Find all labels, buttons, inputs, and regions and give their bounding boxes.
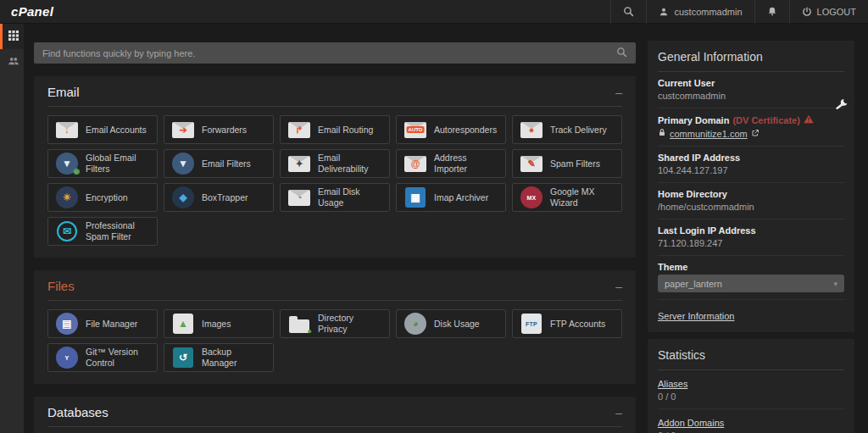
google-mx-wizard[interactable]: MXGoogle MX Wizard (512, 183, 622, 212)
professional-spam-filter[interactable]: ✉Professional Spam Filter (47, 217, 158, 246)
field-label: Primary Domain (658, 115, 729, 125)
email-deliverability[interactable]: ✦Email Deliverability (280, 149, 390, 178)
file-manager-icon: ▤ (56, 313, 78, 335)
statistics-title: Statistics (658, 339, 844, 370)
aliases-link[interactable]: Aliases (658, 379, 687, 389)
databases-section: Databases–phpMyAdminMySQL® Databases✦MyS… (34, 397, 636, 433)
item-label: FTP Accounts (550, 319, 605, 330)
field-value: 104.244.127.197 (658, 165, 844, 175)
general-information-title: General Information (658, 41, 844, 72)
autoresponders-icon: AUTO (404, 119, 426, 141)
topbar-user-menu[interactable]: custcommadmin (646, 0, 754, 24)
ftp-accounts[interactable]: FTPFTP Accounts (512, 309, 622, 338)
file-manager[interactable]: ▤File Manager (47, 309, 158, 338)
item-label: Disk Usage (434, 319, 480, 330)
email-section: Email–↓Email Accounts➔Forwarders↱Email R… (34, 76, 636, 258)
section-grid: ▤File Manager▲Images●Directory Privacy◕D… (34, 301, 636, 384)
last-login-ip-address-field: Last Login IP Address71.120.189.247 (658, 219, 844, 256)
boxtrapper[interactable]: ◆BoxTrapper (164, 183, 274, 212)
primary-domain-link[interactable]: communitize1.com (670, 129, 748, 139)
left-nav (0, 24, 24, 433)
email-disk-usage-icon: ◔ (288, 186, 310, 208)
item-label: BoxTrapper (202, 192, 248, 203)
encryption[interactable]: ✴Encryption (47, 183, 158, 212)
directory-privacy[interactable]: ●Directory Privacy (280, 309, 390, 338)
directory-privacy-icon: ● (288, 313, 310, 335)
git-version-control[interactable]: YGit™ Version Control (47, 343, 158, 372)
global-email-filters[interactable]: ▼◉Global Email Filters (47, 149, 158, 178)
item-label: Backup Manager (202, 347, 268, 368)
addon-domains-link[interactable]: Addon Domains (658, 418, 724, 428)
files-section: Files–▤File Manager▲Images●Directory Pri… (34, 270, 636, 384)
backup-manager[interactable]: ↺Backup Manager (164, 343, 274, 372)
email-routing-icon: ↱ (288, 119, 310, 141)
minus-icon[interactable]: – (615, 407, 622, 419)
spam-filters-icon: ✎ (520, 153, 542, 175)
feature-sections: Email–↓Email Accounts➔Forwarders↱Email R… (34, 76, 636, 433)
minus-icon[interactable]: – (615, 280, 622, 292)
item-label: Address Importer (434, 153, 500, 174)
forwarders-icon: ➔ (172, 119, 194, 141)
ftp-accounts-icon: FTP (520, 313, 542, 335)
section-title: Email (47, 85, 80, 99)
email-accounts[interactable]: ↓Email Accounts (47, 115, 158, 144)
section-grid: phpMyAdminMySQL® Databases✦MySQL® Databa… (34, 427, 636, 433)
track-delivery-icon: ● (520, 119, 542, 141)
forwarders[interactable]: ➔Forwarders (164, 115, 274, 144)
server-information-link[interactable]: Server Information (658, 311, 734, 321)
spam-filters[interactable]: ✎Spam Filters (512, 149, 622, 178)
email-routing[interactable]: ↱Email Routing (280, 115, 390, 144)
field-value: 71.120.189.247 (658, 238, 844, 248)
imap-archiver[interactable]: ▦Imap Archiver (396, 183, 506, 212)
theme-field: Themepaper_lantern▾ (658, 256, 844, 300)
item-label: Encryption (86, 192, 128, 203)
item-label: Email Disk Usage (318, 186, 384, 208)
grid-icon (8, 29, 19, 44)
nav-user-manager[interactable] (0, 49, 24, 75)
professional-spam-filter-icon: ✉ (56, 220, 78, 242)
track-delivery[interactable]: ●Track Delivery (512, 115, 622, 144)
topbar-search-button[interactable] (610, 0, 646, 24)
section-header: Databases– (47, 397, 622, 427)
addon-domains-stat: Addon Domains0 / 0 (658, 409, 844, 433)
autoresponders[interactable]: AUTOAutoresponders (396, 115, 506, 144)
field-label: Last Login IP Address (658, 225, 756, 236)
email-filters[interactable]: ▼Email Filters (164, 149, 274, 178)
email-filters-icon: ▼ (172, 153, 194, 175)
field-label: Theme (658, 262, 687, 272)
search-icon (623, 6, 634, 17)
item-label: Global Email Filters (86, 153, 152, 174)
main-content: Email–↓Email Accounts➔Forwarders↱Email R… (34, 24, 636, 433)
section-header: Files– (47, 270, 622, 301)
minus-icon[interactable]: – (615, 86, 622, 98)
logout-button[interactable]: LOGOUT (789, 0, 868, 24)
search-icon (616, 46, 627, 61)
item-label: Imap Archiver (434, 192, 488, 203)
images[interactable]: ▲Images (164, 309, 274, 338)
theme-select[interactable]: paper_lantern▾ (658, 275, 844, 292)
right-sidebar: General Information Current Usercustcomm… (648, 24, 854, 433)
search-input[interactable] (42, 48, 616, 58)
logout-icon (802, 7, 812, 17)
item-label: Images (202, 319, 231, 330)
chevron-down-icon: ▾ (833, 280, 837, 288)
address-importer[interactable]: @Address Importer (396, 149, 506, 178)
nav-home-tools[interactable] (0, 24, 24, 49)
lock-icon (658, 128, 666, 139)
theme-select-value: paper_lantern (665, 279, 722, 289)
disk-usage-icon: ◕ (404, 313, 426, 335)
global-email-filters-icon: ▼◉ (56, 153, 78, 175)
git-version-control-icon: Y (56, 347, 78, 369)
general-information-panel: General Information Current Usercustcomm… (648, 41, 854, 332)
field-label: Home Directory (658, 189, 727, 199)
notifications-bell[interactable] (754, 0, 789, 24)
email-disk-usage[interactable]: ◔Email Disk Usage (280, 183, 390, 212)
images-icon: ▲ (172, 313, 194, 335)
customize-wrench-icon[interactable] (835, 97, 849, 114)
item-label: Spam Filters (550, 158, 600, 169)
section-title: Databases (47, 405, 108, 419)
field-label: Shared IP Address (658, 153, 740, 163)
primary-domain-field: Primary Domain(DV Certificate)communitiz… (658, 108, 844, 147)
disk-usage[interactable]: ◕Disk Usage (396, 309, 506, 338)
field-value: custcommadmin (658, 91, 844, 101)
